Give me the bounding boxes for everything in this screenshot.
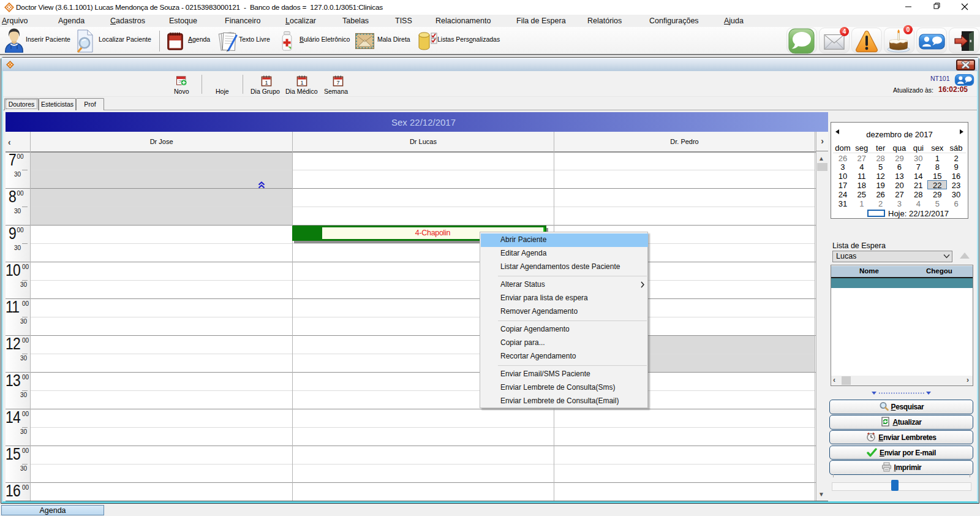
- svg-text:7: 7: [336, 80, 339, 86]
- svg-text:1: 1: [300, 80, 303, 86]
- svg-text:1: 1: [265, 80, 268, 86]
